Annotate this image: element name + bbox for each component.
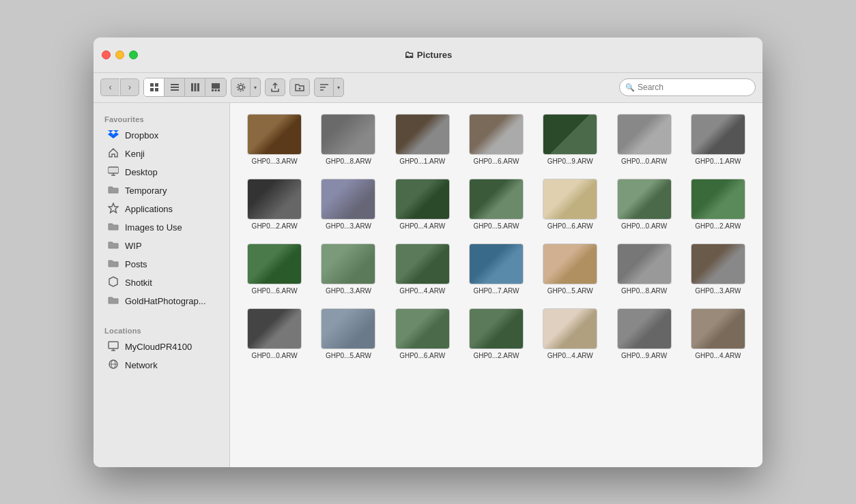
file-item[interactable]: GHP0...5.ARW — [537, 243, 603, 295]
file-name: GHP0...5.ARW — [547, 287, 593, 295]
file-thumbnail — [543, 179, 597, 220]
sidebar-item-applications-label: Applications — [125, 204, 173, 214]
file-item[interactable]: GHP0...4.ARW — [685, 308, 752, 359]
file-item[interactable]: GHP0...6.ARW — [463, 114, 530, 165]
search-input[interactable] — [638, 83, 750, 92]
file-item[interactable]: GHP0...0.ARW — [610, 114, 677, 165]
sidebar: Favourites Dropbox Kenji — [94, 103, 230, 467]
action-button[interactable]: ▾ — [231, 78, 261, 97]
file-item[interactable]: GHP0...2.ARW — [241, 179, 308, 230]
file-item[interactable]: GHP0...5.ARW — [315, 308, 382, 359]
nav-buttons: ‹ › — [100, 78, 139, 96]
share-icon — [271, 83, 279, 92]
view-gallery-button[interactable] — [205, 78, 226, 96]
search-box[interactable]: 🔍 — [619, 78, 756, 96]
file-item[interactable]: GHP0...8.ARW — [315, 114, 382, 165]
file-thumbnail — [691, 243, 745, 284]
file-item[interactable]: GHP0...3.ARW — [315, 243, 382, 295]
svg-rect-8 — [194, 83, 196, 91]
sidebar-item-network[interactable]: Network — [96, 356, 227, 374]
sidebar-item-wip-label: WIP — [125, 241, 142, 251]
sort-button[interactable]: ▾ — [314, 78, 344, 97]
file-item[interactable]: GHP0...0.ARW — [610, 179, 677, 230]
files-area: GHP0...3.ARWGHP0...8.ARWGHP0...1.ARWGHP0… — [230, 103, 762, 467]
sort-main[interactable] — [315, 78, 334, 96]
view-column-button[interactable] — [185, 78, 205, 96]
file-item[interactable]: GHP0...6.ARW — [241, 243, 308, 295]
file-item[interactable]: GHP0...3.ARW — [685, 243, 752, 295]
svg-rect-4 — [171, 84, 179, 85]
file-item[interactable]: GHP0...9.ARW — [610, 308, 677, 359]
file-thumbnail — [321, 308, 375, 349]
file-name: GHP0...8.ARW — [621, 287, 667, 295]
gear-icon — [236, 83, 246, 92]
window-title-text: Pictures — [417, 50, 452, 60]
sidebar-item-kenji[interactable]: Kenji — [96, 145, 227, 163]
file-item[interactable]: GHP0...2.ARW — [463, 308, 530, 359]
file-item[interactable]: GHP0...3.ARW — [315, 179, 382, 230]
file-item[interactable]: GHP0...6.ARW — [389, 308, 456, 359]
content-area: Favourites Dropbox Kenji — [94, 103, 762, 467]
file-item[interactable]: GHP0...1.ARW — [685, 114, 752, 165]
home-icon — [107, 147, 119, 160]
file-thumbnail — [691, 308, 745, 349]
file-name: GHP0...2.ARW — [695, 222, 741, 230]
applications-icon — [107, 203, 119, 216]
file-item[interactable]: GHP0...2.ARW — [685, 179, 752, 230]
file-name: GHP0...3.ARW — [326, 287, 371, 295]
file-item[interactable]: GHP0...4.ARW — [389, 243, 456, 295]
sort-arrow[interactable]: ▾ — [334, 78, 343, 96]
file-thumbnail — [691, 179, 745, 220]
toolbar: ‹ › — [94, 73, 762, 103]
action-arrow[interactable]: ▾ — [251, 78, 260, 96]
file-thumbnail — [617, 114, 672, 155]
folder-temp-icon — [107, 184, 119, 197]
svg-rect-1 — [155, 83, 158, 87]
sidebar-item-goldhat[interactable]: GoldHatPhotograp... — [96, 292, 227, 310]
file-thumbnail — [469, 308, 524, 349]
svg-rect-3 — [155, 88, 158, 91]
share-button[interactable] — [265, 78, 285, 96]
file-item[interactable]: GHP0...7.ARW — [463, 243, 530, 295]
action-main[interactable] — [231, 78, 251, 96]
view-grid-button[interactable] — [144, 78, 165, 96]
back-button[interactable]: ‹ — [100, 78, 119, 96]
column-view-icon — [190, 83, 200, 92]
sidebar-item-mycloudpr4100[interactable]: MyCloudPR4100 — [96, 338, 227, 356]
file-item[interactable]: GHP0...4.ARW — [389, 179, 456, 230]
minimize-button[interactable] — [115, 50, 124, 59]
view-list-button[interactable] — [165, 78, 185, 96]
sidebar-item-applications[interactable]: Applications — [96, 200, 227, 218]
svg-rect-5 — [171, 87, 179, 88]
file-thumbnail — [321, 243, 375, 284]
sidebar-item-shotkit[interactable]: Shotkit — [96, 273, 227, 292]
sidebar-item-dropbox[interactable]: Dropbox — [96, 126, 227, 145]
file-item[interactable]: GHP0...9.ARW — [537, 114, 603, 165]
dropbox-icon — [107, 129, 119, 142]
sidebar-item-wip[interactable]: WIP — [96, 237, 227, 255]
file-item[interactable]: GHP0...1.ARW — [389, 114, 456, 165]
file-name: GHP0...6.ARW — [547, 222, 593, 230]
sidebar-item-network-label: Network — [125, 360, 158, 370]
file-name: GHP0...1.ARW — [399, 158, 445, 165]
sidebar-item-posts[interactable]: Posts — [96, 255, 227, 273]
close-button[interactable] — [102, 50, 111, 59]
file-item[interactable]: GHP0...3.ARW — [241, 114, 308, 165]
file-item[interactable]: GHP0...5.ARW — [463, 179, 530, 230]
file-item[interactable]: GHP0...8.ARW — [610, 243, 677, 295]
forward-button[interactable]: › — [120, 78, 139, 96]
file-thumbnail — [617, 308, 672, 349]
file-item[interactable]: GHP0...4.ARW — [537, 308, 603, 359]
locations-section-label: Locations — [94, 321, 229, 338]
sidebar-item-images-to-use[interactable]: Images to Use — [96, 218, 227, 237]
file-item[interactable]: GHP0...0.ARW — [241, 308, 308, 359]
file-thumbnail — [543, 308, 597, 349]
sidebar-item-desktop[interactable]: Desktop — [96, 163, 227, 181]
monitor-icon — [107, 340, 119, 353]
file-item[interactable]: GHP0...6.ARW — [537, 179, 603, 230]
sidebar-item-temporary[interactable]: Temporary — [96, 181, 227, 200]
sort-icon — [319, 83, 329, 92]
new-folder-button[interactable] — [289, 78, 310, 96]
maximize-button[interactable] — [129, 50, 138, 59]
svg-rect-13 — [218, 89, 220, 91]
